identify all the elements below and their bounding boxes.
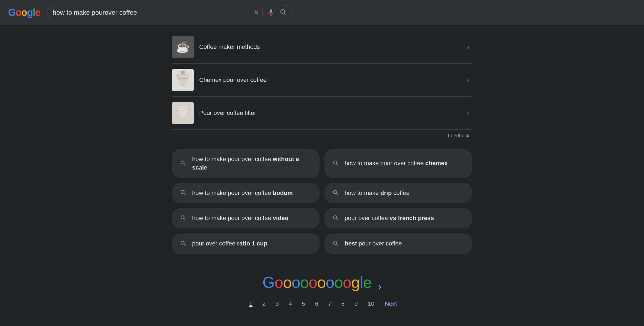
thumb-filter: [172, 102, 194, 124]
goooooogle-text: Gooooooooogle ›: [263, 273, 381, 293]
svg-point-1: [270, 10, 272, 12]
feedback-row: Feedback: [172, 130, 472, 146]
search-icon-pill-3: [180, 189, 186, 197]
page-num-8[interactable]: 8: [339, 299, 347, 309]
pill-text-ratio: pour over coffee ratio 1 cup: [192, 239, 312, 248]
chevron-down-icon-coffee-maker: ›: [467, 43, 469, 51]
pill-video[interactable]: how to make pour over coffee video: [172, 208, 320, 229]
mic-icon[interactable]: [267, 8, 275, 17]
pill-bodum[interactable]: how to make pour over coffee bodum: [172, 183, 320, 203]
search-input[interactable]: [53, 9, 250, 16]
search-icon-pill-2: [332, 159, 339, 168]
pill-ratio[interactable]: pour over coffee ratio 1 cup: [172, 233, 320, 254]
pill-text-drip: how to make drip coffee: [345, 189, 464, 197]
search-submit-icon[interactable]: [279, 8, 287, 17]
pill-text-best: best pour over coffee: [345, 239, 464, 248]
search-icon-pill-8: [332, 240, 339, 248]
page-num-3[interactable]: 3: [273, 299, 281, 309]
thumb-coffee-maker: ☕: [172, 36, 194, 58]
related-item-label-chemex: Chemex pour over coffee: [199, 76, 462, 84]
google-logo: Google: [8, 7, 40, 18]
search-icon-pill-6: [332, 214, 339, 223]
pagination-section: Gooooooooogle › 1 2 3 4 5 6 7 8 9 10 Nex…: [172, 273, 472, 309]
pill-text-french-press: pour over coffee vs french press: [345, 214, 464, 223]
related-item-chemex[interactable]: Chemex pour over coffee ›: [172, 64, 472, 97]
page-num-10[interactable]: 10: [365, 299, 376, 309]
clear-icon[interactable]: ✕: [254, 9, 259, 16]
search-icon-pill-7: [180, 240, 186, 248]
page-numbers: 1 2 3 4 5 6 7 8 9 10 Next: [247, 299, 397, 309]
pill-text-bodum: how to make pour over coffee bodum: [192, 189, 312, 197]
related-item-coffee-maker[interactable]: ☕ Coffee maker methods ›: [172, 31, 472, 64]
related-items-list: ☕ Coffee maker methods › Chemex pour ove…: [172, 31, 472, 130]
thumb-chemex: [172, 69, 194, 91]
search-icon-pill-4: [332, 189, 339, 197]
chemex-svg: [175, 70, 191, 90]
next-button[interactable]: Next: [385, 300, 397, 307]
pill-text-chemex: how to make pour over coffee chemex: [345, 159, 464, 168]
pill-best[interactable]: best pour over coffee: [324, 233, 472, 254]
page-num-6[interactable]: 6: [313, 299, 320, 309]
page-num-5[interactable]: 5: [300, 299, 307, 309]
chevron-right-pagination-icon: ›: [378, 280, 381, 292]
pill-drip[interactable]: how to make drip coffee: [324, 183, 472, 203]
search-divider: [263, 8, 263, 17]
suggestions-grid: how to make pour over coffee without a s…: [172, 149, 472, 254]
header: Google ✕: [0, 0, 644, 25]
chevron-down-icon-chemex: ›: [467, 76, 469, 84]
page-num-2[interactable]: 2: [260, 299, 268, 309]
filter-svg: [175, 103, 191, 123]
related-item-label-filter: Pour over coffee filter: [199, 109, 462, 117]
page-num-7[interactable]: 7: [326, 299, 334, 309]
pill-french-press[interactable]: pour over coffee vs french press: [324, 208, 472, 229]
search-bar[interactable]: ✕: [47, 5, 293, 20]
page-num-4[interactable]: 4: [287, 299, 294, 309]
svg-rect-2: [181, 71, 185, 74]
pill-text-without-scale: how to make pour over coffee without a s…: [192, 155, 312, 172]
feedback-link[interactable]: Feedback: [448, 133, 469, 139]
page-num-1[interactable]: 1: [247, 299, 255, 309]
chevron-down-icon-filter: ›: [467, 109, 469, 117]
main-content: ☕ Coffee maker methods › Chemex pour ove…: [172, 25, 472, 325]
search-icon-pill-5: [180, 214, 186, 223]
related-item-filter[interactable]: Pour over coffee filter ›: [172, 97, 472, 130]
pill-chemex[interactable]: how to make pour over coffee chemex: [324, 149, 472, 178]
pill-text-video: how to make pour over coffee video: [192, 214, 312, 223]
related-item-label-coffee-maker: Coffee maker methods: [199, 43, 462, 51]
search-icon-pill-1: [180, 159, 186, 168]
goooooogle-label: Gooooooooogle: [263, 273, 376, 291]
page-num-9[interactable]: 9: [352, 299, 360, 309]
pill-without-scale[interactable]: how to make pour over coffee without a s…: [172, 149, 320, 178]
